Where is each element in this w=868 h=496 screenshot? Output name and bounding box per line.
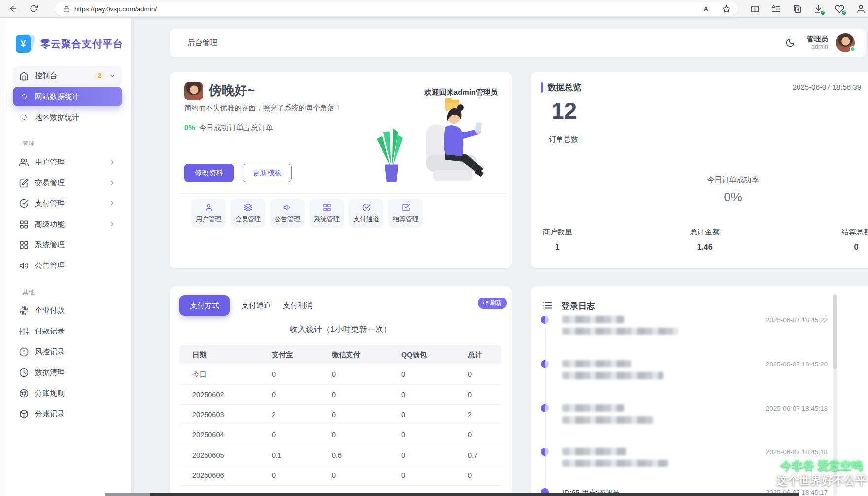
sidebar-item-label: 用户管理 xyxy=(35,158,65,167)
tab-pay-method[interactable]: 支付方式 xyxy=(179,295,230,316)
user-role: 管理员 xyxy=(807,34,829,43)
stat-value: 0 xyxy=(834,243,868,252)
sidebar-item-risk-records[interactable]: 风控记录 xyxy=(13,342,122,362)
back-icon[interactable] xyxy=(9,4,18,13)
success-rate-value: 0% xyxy=(689,190,777,205)
sidebar-item-payment-records[interactable]: 付款记录 xyxy=(13,321,122,341)
url-text[interactable]: https://pay.0vsp.com/admin/ xyxy=(74,5,704,13)
sidebar-item-data-cleanup[interactable]: 数据清理 xyxy=(13,363,122,382)
redacted-text xyxy=(562,360,631,367)
cell-qq: 0 xyxy=(401,451,468,459)
stat-label: 商户数量 xyxy=(540,228,575,237)
tab-pay-profit[interactable]: 支付利润 xyxy=(283,301,312,310)
refresh-page-icon[interactable] xyxy=(30,4,38,13)
quick-action-announcement[interactable]: 公告管理 xyxy=(270,199,305,228)
redacted-text xyxy=(562,316,624,323)
scrollbar-thumb[interactable] xyxy=(833,295,837,369)
sidebar-item-enterprise-payment[interactable]: 企业付款 xyxy=(13,300,122,320)
user-info: 管理员 admin xyxy=(807,34,829,51)
sidebar-item-split-records[interactable]: 分账记录 xyxy=(13,404,122,424)
chevron-right-icon xyxy=(109,221,116,228)
sidebar-item-label: 企业付款 xyxy=(35,306,65,315)
edit-profile-button[interactable]: 修改资料 xyxy=(184,164,234,182)
address-bar[interactable]: https://pay.0vsp.com/admin/ A xyxy=(55,2,738,16)
income-table: 日期 支付宝 微信支付 QQ钱包 总计 今日 0 0 0 0 20250602 … xyxy=(179,345,501,486)
chrome-icon xyxy=(19,389,29,398)
redacted-text xyxy=(562,416,654,424)
cell-alipay: 0 xyxy=(272,431,332,439)
table-row: 20250605 0.1 0.6 0 0.7 xyxy=(179,445,501,465)
stat-label: 结算总额 xyxy=(834,228,868,237)
quick-action-label: 支付通道 xyxy=(353,215,379,224)
read-aloud-icon[interactable]: A xyxy=(704,5,708,13)
chevron-right-icon xyxy=(109,179,116,186)
profile-icon[interactable] xyxy=(856,4,866,14)
stat-total-amount: 总计金额 1.46 xyxy=(683,228,727,252)
layers-icon xyxy=(244,203,252,212)
quick-action-label: 系统管理 xyxy=(314,215,340,224)
grid-icon xyxy=(19,240,29,250)
speaker-icon xyxy=(283,203,292,212)
cell-total: 0 xyxy=(468,471,501,479)
update-template-button[interactable]: 更新模板 xyxy=(243,164,292,182)
sidebar-item-system-management[interactable]: 系统管理 xyxy=(13,235,122,255)
check-circle-icon xyxy=(19,199,29,208)
favorite-star-icon[interactable] xyxy=(722,5,730,13)
sidebar-item-announcement-management[interactable]: 公告管理 xyxy=(13,256,122,275)
welcome-back-text: 欢迎回来admin管理员 xyxy=(424,88,498,97)
danmaku-overlay-text: 今非谷 爱意空鸣 xyxy=(780,458,863,473)
cell-wechat: 0.6 xyxy=(332,451,401,459)
tab-pay-channel[interactable]: 支付通道 xyxy=(242,301,271,310)
table-row: 20250603 2 0 0 2 xyxy=(179,405,501,425)
payment-stats-card: 支付方式 支付通道 支付利润 刷新 收入统计（1小时更新一次） 日期 支付宝 微… xyxy=(170,286,512,496)
cell-date: 20250605 xyxy=(192,451,272,459)
cell-date: 20250603 xyxy=(192,411,272,419)
stat-settlement-total: 结算总额 0 xyxy=(834,228,868,252)
browser-essentials-icon[interactable]: ✓ xyxy=(835,4,844,14)
dark-mode-icon[interactable] xyxy=(785,38,795,48)
sidebar-item-label: 分账规则 xyxy=(35,389,65,398)
cell-wechat: 0 xyxy=(332,471,401,479)
quick-action-label: 结算管理 xyxy=(393,215,418,224)
log-entry: 2025-06-07 18:45:20 xyxy=(541,360,828,384)
refresh-button[interactable]: 刷新 xyxy=(478,298,507,309)
refresh-label: 刷新 xyxy=(490,299,502,307)
sidebar-item-split-rules[interactable]: 分账规则 xyxy=(13,383,122,403)
downloads-icon[interactable]: ✓ xyxy=(814,4,823,14)
users-icon xyxy=(19,158,29,167)
sidebar-item-label: 付款记录 xyxy=(35,327,65,336)
column-header: 日期 xyxy=(192,350,272,360)
clock-icon xyxy=(19,368,29,377)
cell-total: 0 xyxy=(468,391,501,398)
sidebar-item-user-management[interactable]: 用户管理 xyxy=(13,152,122,172)
success-ratio-text: 0%今日成功订单占总订单 xyxy=(184,123,273,132)
slack-icon xyxy=(19,306,29,315)
quick-action-system[interactable]: 系统管理 xyxy=(310,199,344,228)
log-timestamp: 2025-06-07 18:45:18 xyxy=(766,448,828,456)
sidebar-item-console[interactable]: 控制台 2 xyxy=(13,66,122,86)
quick-action-member-management[interactable]: 会员管理 xyxy=(231,199,265,228)
quick-action-pay-channel[interactable]: 支付通道 xyxy=(349,199,383,228)
cell-date: 20250602 xyxy=(192,391,272,398)
log-timestamp: 2025-06-07 18:45:22 xyxy=(766,316,828,324)
table-row: 今日 0 0 0 0 xyxy=(179,364,501,385)
cell-total: 2 xyxy=(468,411,501,419)
log-entry: 2025-06-07 18:45:18 xyxy=(541,404,828,428)
sliders-icon xyxy=(19,327,29,336)
sidebar-item-trade-management[interactable]: 交易管理 xyxy=(13,173,122,193)
favorites-list-icon[interactable] xyxy=(771,4,781,14)
sidebar-item-payment-management[interactable]: 支付管理 xyxy=(13,194,122,213)
sidebar-item-advanced-features[interactable]: 高级功能 xyxy=(13,214,122,234)
sidebar-item-region-stats[interactable]: 地区数据统计 xyxy=(13,107,122,127)
collections-icon[interactable] xyxy=(793,4,802,14)
home-icon xyxy=(19,71,29,81)
split-screen-icon[interactable] xyxy=(750,4,760,14)
redacted-text xyxy=(562,404,624,412)
sidebar-item-site-stats[interactable]: 网站数据统计 xyxy=(13,87,122,106)
bullet-icon xyxy=(22,115,27,120)
quick-action-settlement[interactable]: 结算管理 xyxy=(388,199,423,228)
column-header: 总计 xyxy=(468,350,501,360)
quick-action-user-management[interactable]: 用户管理 xyxy=(191,199,226,228)
cell-total: 0.7 xyxy=(468,451,501,459)
sidebar-item-label: 数据清理 xyxy=(35,368,65,377)
